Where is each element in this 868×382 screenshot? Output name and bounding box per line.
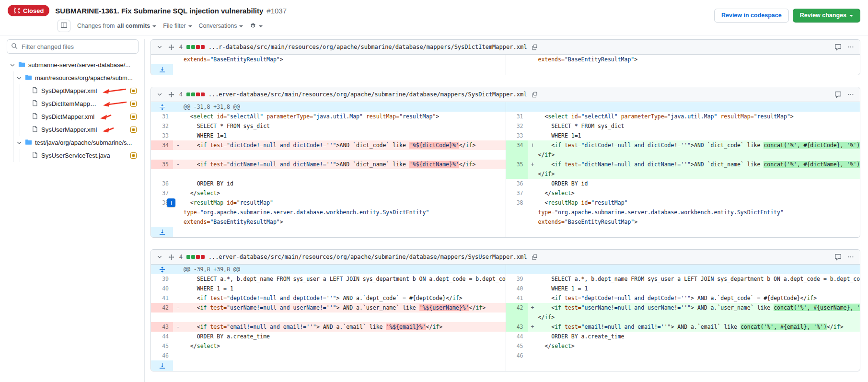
file-path-link[interactable]: ...erver-database/src/main/resources/org… <box>208 91 527 98</box>
line-number[interactable]: 33 <box>506 131 528 140</box>
collapse-file-button[interactable] <box>156 253 163 261</box>
line-number[interactable]: 38 <box>506 198 528 208</box>
file-filter-dropdown[interactable]: File filter <box>163 23 192 29</box>
line-number[interactable]: 45 <box>151 341 173 351</box>
diffstat-square <box>186 93 190 96</box>
sidebar-item-sysdeptmapper-xml[interactable]: SysDeptMapper.xml <box>20 84 139 97</box>
diff-settings-dropdown[interactable] <box>250 22 263 30</box>
code-line: type="org.apache.submarine.server.databa… <box>528 208 860 217</box>
file-diff-card: 4...erver-database/src/main/resources/or… <box>150 249 860 371</box>
line-number[interactable]: 34 <box>506 140 528 150</box>
tree-item-label: SysUserServiceTest.java <box>41 152 110 159</box>
copy-path-button[interactable] <box>531 91 539 99</box>
file-path-link[interactable]: ...r-database/src/main/resources/org/apa… <box>208 44 527 50</box>
line-number[interactable]: 46 <box>151 351 173 360</box>
sidebar-item-test-java-org-apache-submarine-s-[interactable]: test/java/org/apache/submarine/s... <box>13 136 139 149</box>
line-number[interactable]: 34 <box>151 140 173 150</box>
line-number[interactable]: 44 <box>506 332 528 341</box>
annotation-arrow-icon <box>100 113 112 121</box>
code-line: </if> <box>528 169 860 179</box>
drag-handle-icon[interactable] <box>167 91 175 99</box>
line-number[interactable]: 43 <box>151 322 173 332</box>
file-filter-input[interactable] <box>7 39 139 54</box>
sidebar-item-main-resources-org-apache-subm-[interactable]: main/resources/org/apache/subm... <box>13 71 139 84</box>
sidebar-item-sysusermapper-xml[interactable]: SysUserMapper.xml <box>20 123 139 136</box>
line-number[interactable]: 33 <box>151 131 173 140</box>
line-number[interactable]: 42 <box>506 303 528 313</box>
code-line: extends="BaseEntityResultMap"> <box>173 55 506 64</box>
file-menu-button[interactable] <box>846 90 855 99</box>
collapse-file-button[interactable] <box>156 43 163 51</box>
hunk-header-row: @@ -39,8 +39,8 @@ <box>151 265 860 274</box>
line-number <box>151 55 173 64</box>
line-number[interactable]: 35 <box>506 160 528 169</box>
file-icon <box>32 126 38 134</box>
line-number[interactable]: 31 <box>506 112 528 121</box>
line-number[interactable]: 46 <box>506 351 528 360</box>
file-menu-button[interactable] <box>846 43 855 51</box>
diff-row: 37 </select>37 </select> <box>151 188 860 198</box>
line-number[interactable]: 45 <box>506 341 528 351</box>
file-diff-card: 4...erver-database/src/main/resources/or… <box>150 87 860 238</box>
diffstat-squares <box>186 45 205 49</box>
line-number[interactable]: 31 <box>151 112 173 121</box>
review-in-codespace-button[interactable]: Review in codespace <box>714 9 789 23</box>
code-line: ORDER BY id <box>528 179 860 188</box>
caret-down-icon <box>849 15 853 17</box>
changed-lines-count: 4 <box>179 254 183 260</box>
copy-path-button[interactable] <box>531 253 539 261</box>
sidebar-item-sysdictitemmapper-xml[interactable]: SysDictItemMapper.xml <box>20 97 139 110</box>
line-number[interactable]: 42 <box>151 303 173 313</box>
file-path-link[interactable]: ...erver-database/src/main/resources/org… <box>208 254 527 260</box>
copy-path-button[interactable] <box>531 43 539 51</box>
line-number[interactable]: 37 <box>506 188 528 198</box>
line-number[interactable]: 41 <box>506 293 528 303</box>
expand-down-button[interactable] <box>151 360 173 371</box>
line-number[interactable]: 44 <box>151 332 173 341</box>
sidebar-item-sysdictmapper-xml[interactable]: SysDictMapper.xml <box>20 110 139 123</box>
file-comment-button[interactable] <box>833 43 843 52</box>
line-number[interactable]: 32 <box>506 121 528 131</box>
line-number[interactable]: 32 <box>151 121 173 131</box>
expand-down-button[interactable] <box>151 227 173 237</box>
sidebar-item-sysuserservicetest-java[interactable]: SysUserServiceTest.java <box>20 149 139 162</box>
add-comment-button[interactable] <box>167 198 175 207</box>
line-number[interactable]: 37 <box>151 188 173 198</box>
line-number[interactable]: 39 <box>506 274 528 284</box>
diff-row: 32 SELECT * FROM sys_dict32 SELECT * FRO… <box>151 121 860 131</box>
changes-from-dropdown[interactable]: Changes from all commits <box>77 23 156 29</box>
code-line <box>173 150 506 160</box>
file-comment-button[interactable] <box>833 253 843 262</box>
sidebar-item-submarine-server-server-database-[interactable]: submarine-server/server-database/... <box>7 58 139 71</box>
code-line: extends="BaseEntityResultMap"> <box>528 217 860 227</box>
tree-item-label: SysDeptMapper.xml <box>41 87 97 94</box>
line-number[interactable]: 36 <box>151 179 173 188</box>
diff-row: 35- <if test="dictName!=null and dictNam… <box>151 160 860 169</box>
collapse-file-button[interactable] <box>156 91 163 98</box>
code-line: type="org.apache.submarine.server.databa… <box>173 208 506 217</box>
line-number[interactable]: 43 <box>506 322 528 332</box>
code-line: ORDER BY a.create_time <box>528 332 860 341</box>
line-number[interactable]: 35 <box>151 160 173 169</box>
line-number[interactable]: 41 <box>151 293 173 303</box>
expand-hunk-button[interactable] <box>151 102 173 112</box>
file-comment-button[interactable] <box>833 90 843 99</box>
line-number[interactable]: 40 <box>151 284 173 293</box>
expand-down-button[interactable] <box>151 64 173 75</box>
review-changes-button[interactable]: Review changes <box>793 9 860 23</box>
expand-filler <box>506 64 528 75</box>
diff-row: extends="BaseEntityResultMap">extends="B… <box>151 55 860 64</box>
line-number[interactable]: 40 <box>506 284 528 293</box>
code-line: - <if test="email!=null and email!=''"> … <box>173 322 506 332</box>
diff-row: </if> <box>151 313 860 322</box>
line-number[interactable]: 36 <box>506 179 528 188</box>
drag-handle-icon[interactable] <box>167 253 175 261</box>
file-tree-toggle-button[interactable] <box>58 20 70 32</box>
conversations-dropdown[interactable]: Conversations <box>199 23 243 29</box>
line-number[interactable]: 39 <box>151 274 173 284</box>
drag-handle-icon[interactable] <box>167 43 175 51</box>
file-menu-button[interactable] <box>846 253 855 261</box>
pr-state-badge: Closed <box>8 5 49 16</box>
expand-hunk-button[interactable] <box>151 265 173 274</box>
diffstat-square <box>196 93 200 96</box>
